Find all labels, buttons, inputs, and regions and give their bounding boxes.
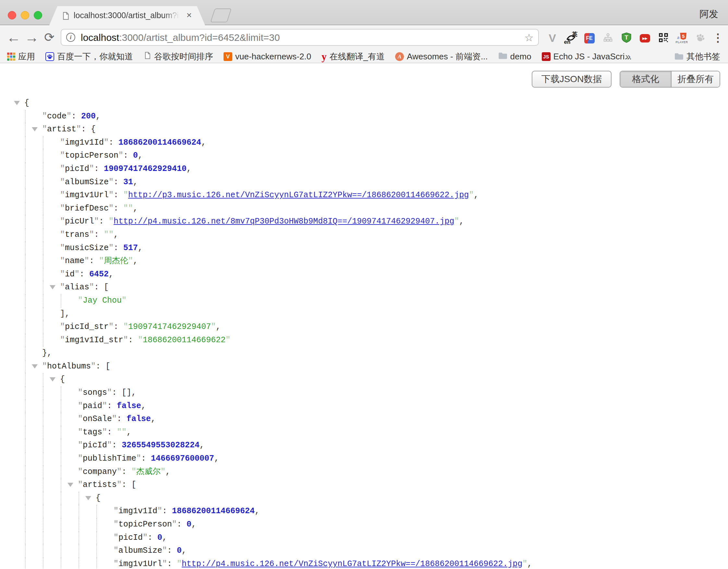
bookmark-star-icon[interactable]: ☆ — [524, 31, 534, 44]
json-line-text: "Jay Chou" — [78, 296, 127, 305]
bookmark-label: 应用 — [18, 51, 35, 62]
zoom-window-button[interactable] — [34, 11, 42, 19]
back-button[interactable]: ← — [5, 26, 22, 50]
indent-guide — [43, 215, 43, 228]
bookmark-label: demo — [510, 52, 531, 62]
indent-guide — [25, 373, 26, 386]
indent-guide — [25, 492, 26, 505]
minimize-window-button[interactable] — [21, 11, 29, 19]
indent-guide — [43, 281, 43, 294]
page-icon — [61, 12, 70, 21]
format-button[interactable]: 格式化 — [620, 71, 671, 87]
json-line-text: "picId_str": "19097417462929407", — [60, 322, 221, 332]
bookmark-item[interactable]: 应用 — [7, 51, 35, 62]
bookmark-label: 百度一下，你就知道 — [57, 51, 133, 62]
indent-guide — [43, 202, 43, 215]
extension-paw[interactable] — [691, 26, 710, 50]
collapse-toggle-icon[interactable] — [67, 483, 73, 487]
indent-guide — [43, 189, 43, 202]
indent-guide — [43, 255, 43, 268]
url-text[interactable]: localhost:3000/artist_album?id=6452&limi… — [81, 32, 280, 43]
qr-code-icon — [659, 33, 668, 44]
bookmarks-overflow-icon[interactable]: » — [625, 50, 631, 63]
indent-guide — [43, 136, 43, 150]
indent-guide — [25, 439, 26, 452]
collapse-toggle-icon[interactable] — [32, 364, 38, 369]
address-bar[interactable]: i localhost:3000/artist_album?id=6452&li… — [61, 29, 539, 46]
extension-fast-forward[interactable]: ▶▶ — [636, 26, 654, 50]
json-line: "briefDesc": "", — [0, 202, 728, 215]
json-line-text: "company": "杰威尔", — [78, 467, 170, 477]
indent-guide — [61, 492, 61, 505]
indent-guide — [25, 400, 26, 413]
json-line-text: "picId": 19097417462929410, — [60, 164, 191, 174]
json-line: { — [0, 97, 728, 110]
indent-guide — [25, 466, 26, 479]
chrome-profile-name[interactable]: 阿发 — [699, 8, 718, 21]
collapse-toggle-icon[interactable] — [85, 496, 91, 500]
indent-guide — [25, 215, 26, 228]
reload-button[interactable]: ⟳ — [41, 26, 58, 50]
json-line: "img1v1Url": "http://p3.music.126.net/Vn… — [0, 189, 728, 202]
extension-translator[interactable]: 英en — [562, 26, 580, 50]
download-json-button[interactable]: 下载JSON数据 — [532, 71, 612, 88]
page-content: 下载JSON数据 格式化 折叠所有 {"code": 200,"artist":… — [0, 64, 728, 569]
tab-close-icon[interactable]: × — [184, 10, 194, 20]
json-line: "picId": 0, — [0, 531, 728, 545]
json-line-text: "albumSize": 31, — [60, 177, 138, 187]
bookmark-item[interactable]: 百度一下，你就知道 — [45, 51, 133, 62]
indent-guide — [79, 518, 79, 531]
new-tab-button[interactable] — [210, 8, 232, 22]
json-line: "Jay Chou" — [0, 294, 728, 308]
collapse-toggle-icon[interactable] — [32, 127, 38, 131]
bookmark-item[interactable]: JSEcho JS - JavaScri... — [542, 52, 632, 62]
json-line: "topicPerson": 0, — [0, 149, 728, 163]
bookmark-item[interactable]: demo — [498, 52, 531, 62]
browser-tab[interactable]: localhost:3000/artist_album?id × — [49, 6, 205, 26]
json-line: "songs": [], — [0, 386, 728, 400]
bookmark-item[interactable]: AAwesomes - 前端资... — [395, 51, 488, 62]
youdao-favicon: y — [322, 52, 327, 61]
json-line-text: "topicPerson": 0, — [114, 520, 196, 529]
json-url-link[interactable]: http://p3.music.126.net/VnZiScyynLG7atLI… — [128, 190, 469, 200]
collapse-toggle-icon[interactable] — [50, 285, 55, 289]
chrome-menu-icon[interactable]: ⋮ — [710, 26, 725, 50]
indent-guide — [25, 518, 26, 531]
extension-html5-player[interactable]: a5PLAYER — [673, 26, 691, 50]
indent-guide — [61, 478, 61, 492]
bookmark-item[interactable]: y在线翻译_有道 — [322, 51, 385, 62]
bookmark-item[interactable]: Vvue-hackernews-2.0 — [224, 52, 311, 62]
json-line-text: "img1v1Id_str": "18686200114669622" — [60, 335, 230, 345]
collapse-toggle-icon[interactable] — [14, 101, 20, 105]
indent-guide — [25, 308, 26, 321]
json-line-text: "musicSize": 517, — [60, 243, 143, 253]
extension-sitemap[interactable] — [599, 26, 617, 50]
forward-button[interactable]: → — [23, 26, 40, 50]
close-window-button[interactable] — [8, 11, 16, 19]
json-url-link[interactable]: http://p4.music.126.net/VnZiScyynLG7atLI… — [182, 559, 522, 569]
indent-guide — [96, 518, 97, 531]
indent-guide — [96, 544, 97, 558]
indent-guide — [43, 386, 43, 400]
extension-qr-code[interactable] — [654, 26, 673, 50]
collapse-all-button[interactable]: 折叠所有 — [671, 71, 720, 87]
extension-vimium[interactable]: V — [543, 26, 562, 50]
site-info-icon[interactable]: i — [66, 33, 75, 42]
other-bookmarks-folder[interactable]: 其他书签 — [674, 50, 720, 63]
indent-guide — [25, 452, 26, 466]
json-line: "picId_str": "19097417462929407", — [0, 321, 728, 334]
extension-fe-helper[interactable]: FE — [580, 26, 599, 50]
extension-tampermonkey[interactable]: T — [617, 26, 636, 50]
bookmark-item[interactable]: 谷歌按时间排序 — [143, 51, 213, 62]
collapse-toggle-icon[interactable] — [50, 377, 55, 381]
json-url-link[interactable]: http://p4.music.126.net/8mv7qP30Pd3oHW8b… — [114, 217, 454, 226]
json-line-text: }, — [42, 348, 52, 358]
json-line: "name": "周杰伦", — [0, 255, 728, 268]
json-line: "artists": [ — [0, 478, 728, 492]
json-line: "img1v1Id": 18686200114669624, — [0, 136, 728, 150]
json-line-text: "picId": 3265549553028224, — [78, 441, 204, 450]
indent-guide — [79, 492, 79, 505]
indent-guide — [43, 531, 43, 545]
page-icon — [143, 52, 151, 62]
indent-guide — [43, 558, 43, 569]
